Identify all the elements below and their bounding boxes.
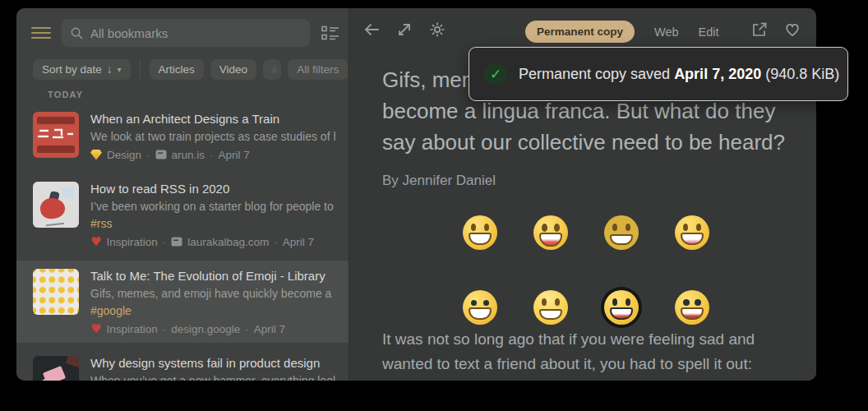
- check-icon: ✓: [484, 63, 507, 85]
- web-tab[interactable]: Web: [654, 25, 679, 39]
- bookmark-thumbnail: [33, 356, 79, 381]
- heart-collection-icon: ♥: [90, 323, 101, 335]
- bookmark-title: Why design systems fail in product desig…: [90, 356, 335, 372]
- all-filters-button[interactable]: All filters: [288, 59, 348, 80]
- grinning-face-emoji: [533, 290, 568, 325]
- sort-direction-arrow: ↓: [107, 63, 113, 76]
- sort-by-date-button[interactable]: Sort by date↓▾: [33, 59, 131, 80]
- bookmark-meta: ♥ Inspiration · design.google · April 7: [90, 321, 335, 336]
- gear-icon[interactable]: [428, 21, 446, 39]
- grinning-face-emoji: [604, 290, 639, 325]
- collection-name: Design: [107, 149, 141, 161]
- bookmark-list: When an Architect Designs a Train We loo…: [16, 104, 349, 381]
- bookmark-tag[interactable]: #google: [90, 304, 335, 320]
- bookmark-thumbnail: [33, 182, 79, 228]
- search-input[interactable]: [90, 26, 302, 40]
- reader-view-switcher: Permanent copy Web Edit: [525, 21, 719, 43]
- hamburger-menu-icon[interactable]: [31, 27, 51, 39]
- toast-message: Permanent copy saved April 7, 2020 (940.…: [519, 66, 839, 83]
- bookmarks-sidebar: Sort by date↓▾ Articles Video #No tags A…: [16, 8, 349, 381]
- permanent-copy-saved-toast[interactable]: ✓ Permanent copy saved April 7, 2020 (94…: [469, 47, 848, 101]
- grinning-face-emoji: [675, 215, 709, 250]
- edit-tab[interactable]: Edit: [699, 25, 719, 39]
- bookmark-thumbnail: [33, 269, 79, 315]
- open-in-browser-icon[interactable]: [750, 21, 769, 39]
- bookmark-description: I’ve been working on a starter blog for …: [90, 200, 335, 215]
- bookmark-date: April 7: [219, 149, 250, 161]
- grinning-face-emoji: [463, 215, 497, 250]
- bookmark-item[interactable]: Why design systems fail in product desig…: [16, 348, 349, 381]
- bookmark-description: We look at two train projects as case st…: [90, 130, 335, 145]
- grinning-face-emoji: [604, 215, 639, 250]
- filter-articles-button[interactable]: Articles: [150, 59, 204, 80]
- screen: Sort by date↓▾ Articles Video #No tags A…: [0, 0, 868, 411]
- bookmark-description: Gifs, memes, and emoji have quickly beco…: [90, 287, 335, 302]
- bookmark-meta: Design · arun.is · April 7: [90, 147, 335, 162]
- bookmark-title: When an Architect Designs a Train: [90, 112, 335, 128]
- search-field[interactable]: [62, 19, 310, 47]
- search-icon: [70, 26, 84, 40]
- bookmark-title: Talk to Me: The Evolution of Emoji - Lib…: [90, 269, 335, 285]
- emoji-row: [463, 290, 709, 325]
- bookmark-domain: arun.is: [172, 149, 205, 161]
- article-doc-icon: [171, 237, 182, 247]
- expand-icon[interactable]: [395, 21, 413, 39]
- back-button[interactable]: [362, 21, 381, 39]
- article-doc-icon: [155, 150, 167, 159]
- bookmark-title: How to read RSS in 2020: [90, 182, 335, 198]
- filter-video-button[interactable]: Video: [210, 59, 256, 80]
- bookmark-date: April 7: [254, 323, 285, 335]
- article-byline: By Jennifer Daniel: [382, 173, 496, 189]
- view-options-icon[interactable]: [321, 24, 340, 42]
- chevron-down-icon: ▾: [118, 65, 122, 74]
- collection-name: Inspiration: [106, 323, 157, 335]
- grinning-face-emoji: [463, 290, 497, 325]
- bookmark-domain: laurakalbag.com: [187, 236, 269, 248]
- grinning-face-emoji: [533, 215, 568, 250]
- article-paragraph: It was not so long ago that if you were …: [382, 327, 810, 376]
- favorite-heart-icon[interactable]: [783, 21, 801, 39]
- bookmark-item[interactable]: When an Architect Designs a Train We loo…: [16, 104, 349, 169]
- bookmark-item-selected[interactable]: Talk to Me: The Evolution of Emoji - Lib…: [16, 261, 349, 343]
- bookmark-meta: ♥ Inspiration · laurakalbag.com · April …: [90, 234, 335, 249]
- bookmark-domain: design.google: [171, 323, 240, 335]
- grinning-face-emoji: [675, 290, 709, 325]
- filter-no-tags-button[interactable]: #No tags: [263, 59, 281, 80]
- bookmark-item[interactable]: How to read RSS in 2020 I’ve been workin…: [16, 173, 349, 256]
- heart-collection-icon: ♥: [90, 236, 101, 248]
- emoji-row: [463, 215, 709, 250]
- sort-label: Sort by date: [42, 63, 102, 76]
- permanent-copy-tab[interactable]: Permanent copy: [525, 21, 635, 43]
- bookmark-date: April 7: [283, 236, 314, 248]
- sidebar-topbar: [31, 18, 340, 48]
- bookmark-tag[interactable]: #rss: [90, 217, 335, 233]
- filter-bar: Sort by date↓▾ Articles Video #No tags A…: [33, 59, 344, 80]
- bookmark-description: When you’ve got a new hammer, everything…: [90, 374, 335, 381]
- bookmark-thumbnail: [33, 112, 79, 158]
- filter-separator: [140, 61, 141, 79]
- collection-name: Inspiration: [106, 236, 157, 248]
- gem-collection-icon: [90, 150, 102, 160]
- section-label-today: TODAY: [48, 90, 83, 99]
